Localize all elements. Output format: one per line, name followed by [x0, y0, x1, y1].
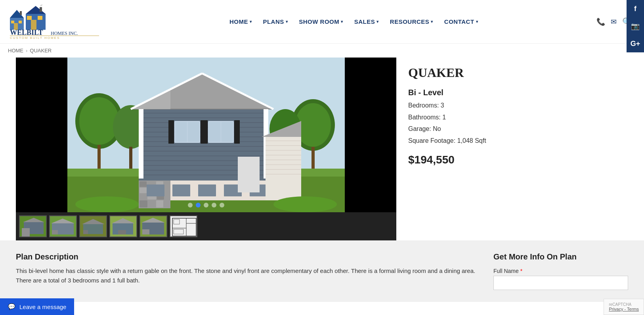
svg-rect-11: [40, 7, 42, 12]
form-heading: Get More Info On Plan: [493, 252, 628, 261]
svg-rect-98: [22, 228, 30, 237]
svg-rect-67: [187, 122, 199, 142]
bottom-section: Plan Description This bi-level home has …: [0, 240, 644, 302]
svg-point-22: [79, 97, 119, 145]
chat-widget[interactable]: 💬 Leave a message: [0, 298, 74, 302]
svg-rect-70: [221, 122, 233, 142]
svg-rect-74: [234, 120, 240, 144]
facebook-icon: f: [634, 5, 636, 13]
svg-rect-9: [27, 16, 32, 20]
svg-point-93: [75, 196, 139, 212]
svg-point-94: [273, 196, 337, 212]
svg-rect-3: [11, 21, 14, 23]
contact-chevron-icon: ▾: [476, 19, 478, 24]
logo[interactable]: WELBILT HOMES INC. CUSTOM BUILT HOMES: [8, 4, 103, 40]
slider-dots: [188, 203, 224, 207]
plan-title: QUAKER: [408, 65, 535, 80]
slide-dot-3[interactable]: [204, 203, 208, 207]
breadcrumb-current: QUAKER: [30, 48, 52, 54]
plan-bathrooms: Bathrooms: 1: [408, 112, 535, 123]
required-marker: *: [520, 268, 522, 274]
svg-rect-102: [52, 230, 58, 234]
svg-rect-83: [266, 137, 301, 200]
instagram-icon: 📷: [631, 22, 640, 31]
slide-dot-1[interactable]: [188, 203, 193, 207]
phone-icon[interactable]: 📞: [596, 17, 605, 26]
image-slider[interactable]: [16, 58, 396, 212]
house-main-image: [16, 58, 396, 212]
svg-rect-80: [238, 157, 260, 192]
nav-showroom[interactable]: SHOW ROOM ▾: [299, 18, 343, 25]
nav-sales[interactable]: SALES ▾: [354, 18, 379, 25]
description-text: This bi-level home has classic style wit…: [16, 266, 478, 285]
svg-rect-114: [142, 229, 149, 234]
breadcrumb-separator: ›: [26, 48, 27, 54]
svg-rect-66: [175, 122, 187, 142]
recaptcha-widget: reCAPTCHA Privacy - Terms: [604, 299, 644, 302]
instagram-button[interactable]: 📷: [627, 17, 644, 35]
email-icon[interactable]: ✉: [611, 17, 617, 26]
thumbnail-strip: [16, 212, 396, 240]
svg-rect-73: [202, 120, 208, 144]
nav-resources[interactable]: RESOURCES ▾: [390, 18, 433, 25]
main-nav: HOME ▾ PLANS ▾ SHOW ROOM ▾ SALES ▾ RESOU…: [111, 18, 596, 25]
resources-chevron-icon: ▾: [431, 19, 433, 24]
google-plus-button[interactable]: G+: [627, 35, 644, 52]
thumbnail-1[interactable]: [19, 215, 47, 237]
svg-rect-76: [172, 184, 190, 196]
svg-rect-33: [140, 181, 147, 187]
plans-chevron-icon: ▾: [286, 19, 288, 24]
svg-rect-75: [147, 184, 164, 196]
plan-type: Bi - Level: [408, 88, 535, 97]
header: WELBILT HOMES INC. CUSTOM BUILT HOMES HO…: [0, 0, 644, 44]
breadcrumb: HOME › QUAKER: [0, 44, 644, 58]
svg-rect-82: [139, 109, 143, 179]
right-info-panel: QUAKER Bi - Level Bedrooms: 3 Bathrooms:…: [396, 58, 547, 240]
svg-rect-106: [83, 230, 88, 234]
svg-marker-7: [26, 6, 46, 14]
svg-rect-39: [140, 194, 147, 200]
left-section: [16, 58, 396, 240]
thumbnail-2[interactable]: [49, 215, 77, 237]
svg-rect-4: [19, 21, 22, 23]
svg-rect-23: [97, 145, 101, 169]
svg-rect-26: [311, 147, 315, 169]
svg-rect-44: [156, 200, 163, 207]
svg-text:WELBILT: WELBILT: [10, 29, 43, 36]
svg-rect-43: [148, 200, 155, 207]
main-content: QUAKER Bi - Level Bedrooms: 3 Bathrooms:…: [0, 58, 644, 240]
slide-dot-5[interactable]: [220, 203, 224, 207]
contact-form-section: Get More Info On Plan Full Name *: [493, 252, 628, 290]
description-heading: Plan Description: [16, 252, 478, 261]
facebook-button[interactable]: f: [627, 0, 644, 17]
full-name-input[interactable]: [493, 276, 628, 290]
slide-dot-2[interactable]: [196, 203, 201, 207]
svg-text:HOMES INC.: HOMES INC.: [51, 31, 78, 36]
social-sidebar: f 📷 G+: [627, 0, 644, 52]
svg-rect-42: [140, 200, 147, 207]
svg-text:CUSTOM BUILT HOMES: CUSTOM BUILT HOMES: [10, 36, 60, 40]
svg-rect-28: [129, 147, 132, 169]
svg-rect-77: [198, 184, 216, 196]
breadcrumb-home-link[interactable]: HOME: [8, 48, 23, 54]
slide-dot-4[interactable]: [212, 203, 216, 207]
plan-bedrooms: Bedrooms: 3: [408, 100, 535, 111]
nav-contact[interactable]: CONTACT ▾: [444, 18, 478, 25]
plan-price: $194,550: [408, 154, 535, 166]
svg-rect-10: [38, 16, 42, 20]
logo-area: WELBILT HOMES INC. CUSTOM BUILT HOMES: [8, 4, 111, 40]
google-plus-icon: G+: [631, 40, 640, 48]
full-name-label: Full Name *: [493, 268, 628, 274]
svg-rect-110: [118, 230, 126, 234]
nav-plans[interactable]: PLANS ▾: [263, 18, 288, 25]
thumbnail-4[interactable]: [109, 215, 137, 237]
thumbnail-6-floorplan[interactable]: [170, 215, 197, 237]
nav-home[interactable]: HOME ▾: [229, 18, 252, 25]
sales-chevron-icon: ▾: [376, 19, 379, 24]
thumbnail-5[interactable]: [140, 215, 167, 237]
svg-rect-71: [168, 120, 174, 144]
plan-description-section: Plan Description This bi-level home has …: [16, 252, 478, 290]
svg-line-13: [42, 4, 42, 6]
thumbnail-3[interactable]: [79, 215, 107, 237]
showroom-chevron-icon: ▾: [341, 19, 343, 24]
